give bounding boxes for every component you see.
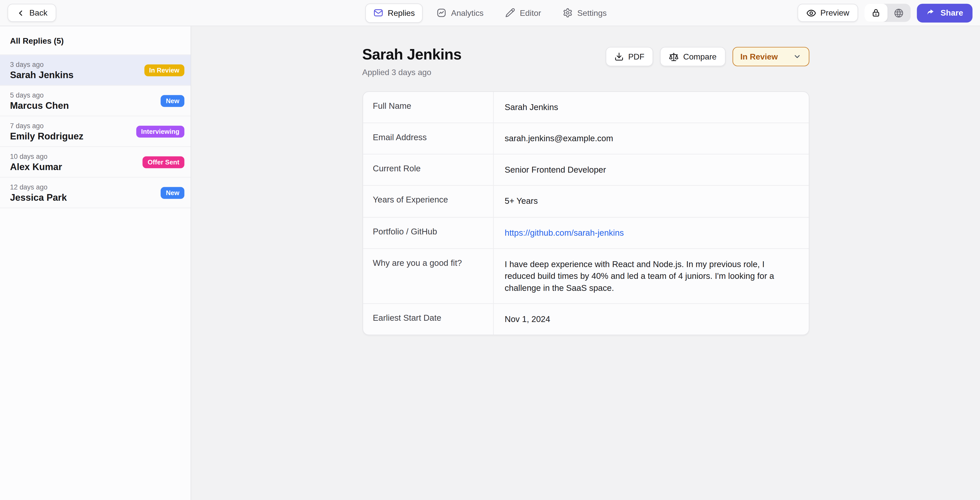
reply-details-table: Full Name Sarah Jenkins Email Address sa… [362, 91, 809, 335]
chevron-down-icon [793, 53, 801, 61]
activity-icon [437, 8, 447, 18]
reply-item[interactable]: 10 days ago Alex Kumar Offer Sent [0, 147, 191, 178]
field-value: Nov 1, 2024 [493, 304, 808, 335]
reply-meta: 5 days ago Marcus Chen [10, 91, 69, 110]
compare-button[interactable]: Compare [660, 47, 725, 66]
chevron-left-icon [16, 8, 25, 17]
field-row: Email Address sarah.jenkins@example.com [363, 123, 808, 154]
public-segment[interactable] [887, 4, 911, 22]
field-label: Portfolio / GitHub [363, 217, 493, 248]
download-icon [614, 52, 624, 61]
status-badge: In Review [144, 64, 185, 76]
reply-name: Sarah Jenkins [10, 69, 73, 80]
reply-item[interactable]: 5 days ago Marcus Chen New [0, 86, 191, 117]
pdf-label: PDF [628, 52, 644, 61]
topbar: Back Replies Analytics Editor [0, 0, 980, 26]
field-label: Years of Experience [363, 186, 493, 217]
applied-subtitle: Applied 3 days ago [362, 67, 461, 77]
reply-name: Alex Kumar [10, 161, 62, 172]
reply-timestamp: 12 days ago [10, 183, 67, 190]
mail-icon [373, 8, 383, 18]
back-label: Back [29, 8, 48, 18]
main-panel: Sarah Jenkins Applied 3 days ago PDF [191, 26, 980, 500]
page-title: Sarah Jenkins [362, 46, 461, 63]
status-badge: New [161, 95, 184, 107]
reply-name: Marcus Chen [10, 100, 69, 110]
reply-timestamp: 10 days ago [10, 152, 62, 160]
back-button[interactable]: Back [7, 4, 56, 22]
reply-timestamp: 7 days ago [10, 121, 83, 129]
tab-label: Analytics [451, 8, 484, 18]
globe-icon [894, 8, 904, 18]
field-label: Email Address [363, 123, 493, 154]
detail-title-block: Sarah Jenkins Applied 3 days ago [362, 46, 461, 77]
field-row: Earliest Start Date Nov 1, 2024 [363, 304, 808, 335]
tab-label: Replies [388, 8, 415, 18]
detail-actions: PDF Compare In Review [606, 47, 809, 66]
reply-meta: 10 days ago Alex Kumar [10, 152, 62, 172]
field-row: Why are you a good fit? I have deep expe… [363, 248, 808, 304]
tab-replies[interactable]: Replies [365, 3, 423, 22]
field-row: Current Role Senior Frontend Developer [363, 154, 808, 185]
reply-item[interactable]: 3 days ago Sarah Jenkins In Review [0, 55, 191, 86]
eye-icon [806, 8, 816, 18]
field-value-link[interactable]: https://github.com/sarah-jenkins [493, 217, 808, 248]
reply-name: Emily Rodriguez [10, 131, 83, 141]
status-select-value: In Review [740, 52, 778, 61]
reply-meta: 3 days ago Sarah Jenkins [10, 60, 73, 80]
field-value: Sarah Jenkins [493, 92, 808, 123]
field-row: Years of Experience 5+ Years [363, 185, 808, 217]
preview-label: Preview [821, 8, 850, 18]
reply-timestamp: 5 days ago [10, 91, 69, 98]
status-badge: Interviewing [136, 125, 184, 137]
replies-sidebar: All Replies (5) 3 days ago Sarah Jenkins… [0, 26, 191, 500]
reply-name: Jessica Park [10, 192, 67, 203]
gear-icon [563, 8, 573, 18]
reply-item[interactable]: 12 days ago Jessica Park New [0, 178, 191, 208]
detail-header: Sarah Jenkins Applied 3 days ago PDF [362, 46, 809, 77]
tab-settings[interactable]: Settings [555, 3, 615, 22]
topbar-right-controls: Preview Share [797, 3, 973, 22]
tab-bar: Replies Analytics Editor Settings [365, 3, 615, 22]
share-arrow-icon [926, 8, 935, 18]
app-window: Back Replies Analytics Editor [0, 0, 980, 500]
pencil-icon [506, 8, 515, 18]
compare-label: Compare [683, 52, 717, 61]
tab-analytics[interactable]: Analytics [428, 3, 492, 22]
private-segment[interactable] [864, 4, 888, 22]
field-label: Current Role [363, 155, 493, 185]
layout: All Replies (5) 3 days ago Sarah Jenkins… [0, 26, 980, 500]
field-value: I have deep experience with React and No… [493, 249, 808, 304]
field-label: Full Name [363, 92, 493, 123]
pdf-button[interactable]: PDF [606, 47, 653, 66]
share-label: Share [940, 8, 963, 18]
field-label: Earliest Start Date [363, 304, 493, 335]
field-row: Full Name Sarah Jenkins [363, 92, 808, 123]
scale-icon [669, 51, 679, 62]
field-value: Senior Frontend Developer [493, 155, 808, 185]
reply-item[interactable]: 7 days ago Emily Rodriguez Interviewing [0, 117, 191, 147]
tab-editor[interactable]: Editor [497, 3, 549, 22]
tab-label: Settings [577, 8, 607, 18]
tab-label: Editor [520, 8, 541, 18]
reply-list: 3 days ago Sarah Jenkins In Review 5 day… [0, 54, 191, 208]
field-row: Portfolio / GitHub https://github.com/sa… [363, 217, 808, 248]
status-select[interactable]: In Review [732, 47, 809, 66]
reply-timestamp: 3 days ago [10, 60, 73, 68]
reply-detail: Sarah Jenkins Applied 3 days ago PDF [362, 26, 809, 335]
field-value: sarah.jenkins@example.com [493, 123, 808, 154]
field-label: Why are you a good fit? [363, 249, 493, 304]
preview-button[interactable]: Preview [797, 4, 858, 22]
reply-meta: 7 days ago Emily Rodriguez [10, 121, 83, 141]
sidebar-header: All Replies (5) [0, 26, 191, 54]
field-value: 5+ Years [493, 186, 808, 217]
share-button[interactable]: Share [917, 3, 972, 22]
visibility-toggle [864, 4, 911, 22]
status-badge: Offer Sent [143, 156, 185, 168]
lock-icon [871, 8, 881, 18]
reply-meta: 12 days ago Jessica Park [10, 183, 67, 202]
status-badge: New [161, 187, 184, 199]
